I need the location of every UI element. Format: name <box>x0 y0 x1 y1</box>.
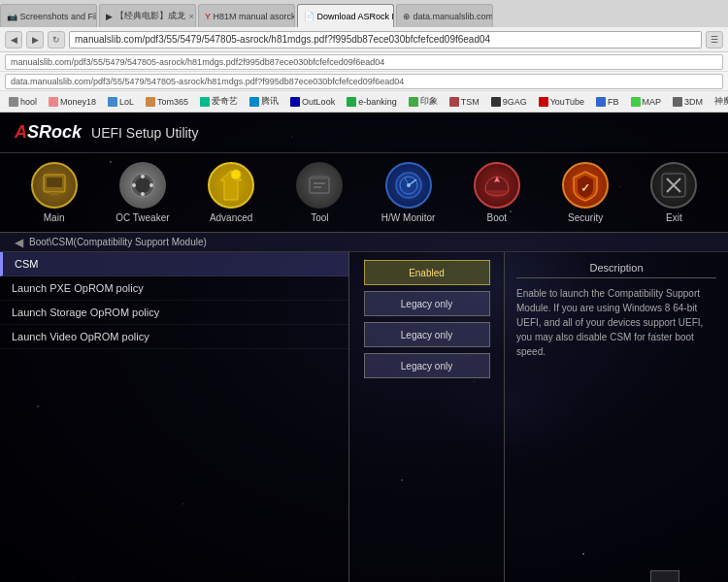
settings-button[interactable]: ☰ <box>706 31 723 48</box>
tool-icon <box>296 162 343 209</box>
nav-item-advanced[interactable]: Advanced <box>196 162 266 223</box>
nav-label-exit: Exit <box>666 212 682 223</box>
right-panel: Description Enable to launch the Compati… <box>505 252 728 582</box>
tab-h81m[interactable]: Y H81M manual asorck × <box>198 4 295 27</box>
back-button[interactable]: ◀ <box>5 31 22 48</box>
option-legacy-3[interactable]: Legacy only <box>364 353 490 378</box>
svg-point-5 <box>141 175 145 178</box>
forward-button[interactable]: ▶ <box>26 31 44 48</box>
asrock-logo: ASRock <box>15 122 82 143</box>
svg-rect-11 <box>310 178 329 193</box>
qr-code-box <box>650 570 679 582</box>
refresh-button[interactable]: ↻ <box>48 31 65 48</box>
svg-point-8 <box>149 183 153 187</box>
nav-label-hw-monitor: H/W Monitor <box>381 212 436 223</box>
nav-item-tool[interactable]: Tool <box>284 162 354 223</box>
bookmark-tom365[interactable]: Tom365 <box>142 96 192 108</box>
description-title: Description <box>516 262 716 278</box>
menu-item-pxe[interactable]: Launch PXE OpROM policy <box>0 276 348 301</box>
description-text: Enable to launch the Compatibility Suppo… <box>516 286 716 359</box>
uefi-content: ASRock UEFI Setup Utility Main <box>0 113 728 582</box>
uefi-main: CSM Launch PXE OpROM policy Launch Stora… <box>0 252 728 582</box>
tab-asrock-active[interactable]: 📄 Download ASRock H81 × <box>297 4 394 27</box>
tab-manualslib[interactable]: ⊕ data.manualslib.com × <box>396 4 493 27</box>
svg-rect-12 <box>313 176 326 179</box>
tab-screenshots[interactable]: 📷 Screenshots and Files × <box>0 4 97 27</box>
bookmark-money18[interactable]: Money18 <box>45 96 100 108</box>
asrock-a: A <box>15 122 27 142</box>
left-panel: CSM Launch PXE OpROM policy Launch Stora… <box>0 252 349 582</box>
svg-point-10 <box>231 170 241 179</box>
bookmark-evernote[interactable]: 印象 <box>405 94 442 109</box>
nav-item-oc-tweaker[interactable]: OC Tweaker <box>108 162 178 223</box>
address-bar-row-2 <box>0 52 728 72</box>
bookmark-tsm[interactable]: TSM <box>446 96 483 108</box>
advanced-icon <box>208 162 254 209</box>
browser-chrome: 📷 Screenshots and Files × ▶ 【经典电影】成龙 × Y… <box>0 0 728 113</box>
nav-label-tool: Tool <box>311 212 328 223</box>
nav-item-hw-monitor[interactable]: H/W Monitor <box>374 162 444 223</box>
bookmark-3dm[interactable]: 3DM <box>669 96 707 108</box>
breadcrumb-text: Boot\CSM(Compatibility Support Module) <box>29 237 207 247</box>
bookmark-9gag[interactable]: 9GAG <box>487 96 531 108</box>
bookmark-ebanking[interactable]: e-banking <box>343 96 401 108</box>
bookmark-youtube[interactable]: YouTube <box>535 96 588 108</box>
address-bar-row-3 <box>0 72 728 91</box>
bookmark-iqiyi[interactable]: 爱奇艺 <box>196 94 242 109</box>
exit-icon <box>650 162 697 209</box>
nav-item-security[interactable]: ✓ Security <box>550 162 620 223</box>
boot-icon <box>474 162 520 209</box>
svg-point-7 <box>132 183 136 187</box>
nav-label-main: Main <box>44 212 65 223</box>
bookmark-tengxun[interactable]: 腾讯 <box>246 94 282 109</box>
tab-bar: 📷 Screenshots and Files × ▶ 【经典电影】成龙 × Y… <box>0 0 728 27</box>
bookmarks-bar: hool Money18 LoL Tom365 爱奇艺 腾讯 OutLook e… <box>0 91 728 113</box>
menu-item-video[interactable]: Launch Video OpROM policy <box>0 325 348 349</box>
bookmark-lol[interactable]: LoL <box>104 96 138 108</box>
oc-tweaker-icon <box>119 162 166 209</box>
option-enabled[interactable]: Enabled <box>364 260 490 285</box>
nav-item-exit[interactable]: Exit <box>639 162 709 223</box>
address-bar-row-1: ◀ ▶ ↻ ☰ <box>0 27 728 52</box>
uefi-breadcrumb: ◀ Boot\CSM(Compatibility Support Module) <box>0 233 728 252</box>
main-icon <box>31 162 78 209</box>
security-icon: ✓ <box>562 162 609 209</box>
option-legacy-1[interactable]: Legacy only <box>364 291 490 316</box>
bookmark-map[interactable]: MAP <box>627 96 666 108</box>
option-legacy-2[interactable]: Legacy only <box>364 322 490 347</box>
svg-rect-2 <box>50 192 59 195</box>
address-input-3[interactable] <box>5 74 723 89</box>
nav-label-oc: OC Tweaker <box>116 212 169 223</box>
svg-rect-1 <box>47 178 62 187</box>
menu-item-storage[interactable]: Launch Storage OpROM policy <box>0 301 348 325</box>
breadcrumb-arrow: ◀ <box>15 236 23 249</box>
svg-point-19 <box>407 183 411 187</box>
uefi-title: UEFI Setup Utility <box>91 125 198 141</box>
nav-item-boot[interactable]: Boot <box>462 162 532 223</box>
svg-point-4 <box>135 178 150 193</box>
bookmark-outlook[interactable]: OutLook <box>286 96 339 108</box>
bookmark-game1[interactable]: 神魔之塔 <box>711 94 728 109</box>
uefi-header: ASRock UEFI Setup Utility <box>0 113 728 153</box>
tab-movie[interactable]: ▶ 【经典电影】成龙 × <box>99 4 196 27</box>
nav-label-security: Security <box>568 212 603 223</box>
hw-monitor-icon <box>385 162 432 209</box>
nav-label-advanced: Advanced <box>210 212 252 223</box>
nav-label-boot: Boot <box>487 212 508 223</box>
nav-item-main[interactable]: Main <box>19 162 89 223</box>
tab-close-movie[interactable]: × <box>189 12 194 21</box>
uefi-container: ASRock UEFI Setup Utility Main <box>0 113 728 582</box>
address-input-2[interactable] <box>5 54 723 70</box>
middle-panel: Enabled Legacy only Legacy only Legacy o… <box>349 252 505 582</box>
svg-point-6 <box>141 192 145 196</box>
svg-text:✓: ✓ <box>580 181 590 195</box>
address-input-1[interactable] <box>69 31 702 48</box>
uefi-nav: Main OC Tweaker <box>0 153 728 233</box>
bookmark-fb[interactable]: FB <box>592 96 623 108</box>
bookmark-hool[interactable]: hool <box>5 96 41 108</box>
menu-item-csm[interactable]: CSM <box>0 252 348 276</box>
